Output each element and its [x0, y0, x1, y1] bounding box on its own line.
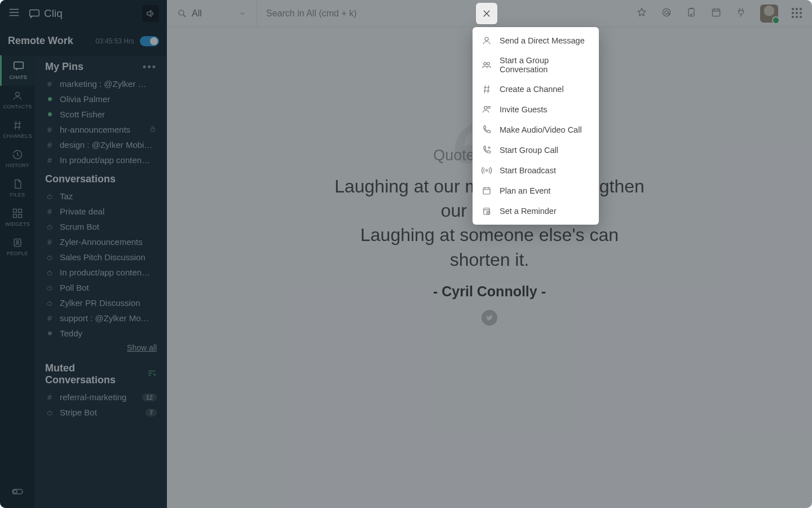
- svg-point-27: [484, 106, 487, 109]
- compose-label: Start Broadcast: [500, 166, 556, 175]
- svg-rect-31: [483, 188, 490, 194]
- svg-point-26: [487, 63, 490, 65]
- compose-label: Invite Guests: [500, 105, 548, 114]
- calendar-icon: [482, 186, 492, 196]
- guests-icon: [482, 104, 492, 115]
- compose-audio-video-call[interactable]: Make Audio/Video Call: [473, 120, 599, 140]
- phone-icon: [482, 125, 492, 135]
- compose-broadcast[interactable]: Start Broadcast: [473, 160, 599, 181]
- compose-create-channel[interactable]: Create a Channel: [473, 79, 599, 99]
- compose-set-reminder[interactable]: Set a Reminder: [473, 201, 599, 221]
- svg-point-25: [484, 63, 487, 65]
- reminder-icon: [482, 206, 492, 216]
- close-compose-button[interactable]: [476, 3, 497, 24]
- compose-label: Plan an Event: [500, 186, 550, 195]
- compose-plan-event[interactable]: Plan an Event: [473, 181, 599, 201]
- close-icon: [482, 8, 492, 19]
- svg-point-28: [488, 106, 491, 108]
- compose-menu: Send a Direct Message Start a Group Conv…: [473, 27, 599, 225]
- compose-label: Start Group Call: [500, 146, 558, 155]
- compose-label: Create a Channel: [500, 85, 564, 94]
- svg-point-29: [488, 147, 490, 148]
- svg-point-30: [486, 170, 488, 172]
- compose-group-call[interactable]: Start Group Call: [473, 140, 599, 160]
- broadcast-icon: [482, 165, 492, 176]
- phone-group-icon: [482, 145, 492, 155]
- svg-point-24: [485, 37, 488, 41]
- group-icon: [482, 60, 492, 70]
- modal-backdrop[interactable]: [0, 0, 812, 508]
- compose-label: Make Audio/Video Call: [500, 125, 582, 134]
- compose-label: Set a Reminder: [500, 207, 557, 216]
- compose-group-conversation[interactable]: Start a Group Conversation: [473, 51, 599, 79]
- compose-label: Send a Direct Message: [500, 36, 585, 45]
- compose-label: Start a Group Conversation: [500, 56, 590, 74]
- compose-direct-message[interactable]: Send a Direct Message: [473, 30, 599, 51]
- compose-invite-guests[interactable]: Invite Guests: [473, 99, 599, 120]
- person-icon: [482, 36, 492, 46]
- hash-icon: [482, 84, 492, 94]
